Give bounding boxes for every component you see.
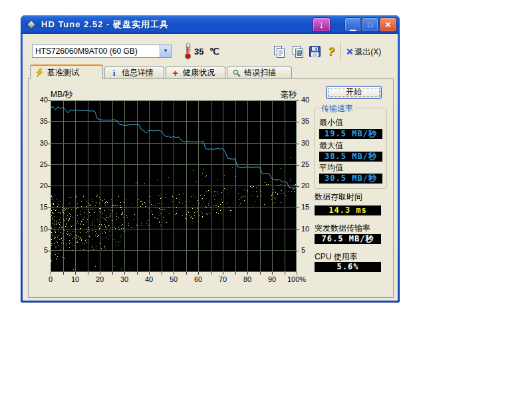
axis-tick-label: 20 bbox=[86, 275, 113, 283]
start-button-focus-ring bbox=[328, 88, 380, 97]
axis-tick-mark bbox=[247, 272, 248, 275]
axis-tick-label: 20 bbox=[29, 182, 48, 190]
axis-tick-mark bbox=[149, 272, 150, 275]
axis-tick-mark bbox=[260, 272, 261, 275]
axis-tick-mark bbox=[297, 165, 299, 166]
hdtune-window: HD Tune 2.52 - 硬盘实用工具 ↓ ▁ □ × HTS726060M… bbox=[21, 15, 400, 303]
tab-info-label: 信息详情 bbox=[122, 67, 154, 78]
start-button[interactable]: 开始 bbox=[326, 86, 382, 99]
axis-tick-label: 10 bbox=[29, 225, 48, 233]
axis-tick-mark bbox=[124, 272, 125, 275]
axis-tick-label: 100% bbox=[283, 275, 310, 283]
axis-tick-mark bbox=[48, 165, 51, 166]
tab-error-scan-label: 错误扫描 bbox=[244, 67, 276, 78]
avg-value-lcd: 30.5 MB/秒 bbox=[319, 174, 382, 184]
save-button[interactable] bbox=[307, 44, 323, 60]
tab-error-scan[interactable]: 错误扫描 bbox=[227, 66, 292, 78]
axis-tick-label: 5 bbox=[29, 246, 48, 254]
axis-tick-label: 0 bbox=[37, 275, 64, 283]
access-time-lcd: 14.3 ms bbox=[315, 205, 381, 215]
axis-tick-label: 40 bbox=[136, 275, 162, 283]
help-button[interactable]: ? bbox=[323, 44, 339, 60]
axis-tick-mark bbox=[137, 272, 138, 275]
axis-tick-mark bbox=[51, 272, 51, 275]
axis-tick-mark bbox=[75, 272, 76, 275]
benchmark-panel: MB/秒 毫秒 开始 传输速率 最小值 19.5 MB/秒 最大值 38.5 M… bbox=[28, 78, 394, 298]
drive-select-arrow-icon[interactable]: ▼ bbox=[160, 45, 171, 57]
close-button[interactable]: × bbox=[380, 17, 396, 32]
axis-tick-mark bbox=[297, 251, 299, 251]
window-title: HD Tune 2.52 - 硬盘实用工具 bbox=[41, 19, 169, 31]
axis-tick-mark bbox=[198, 272, 199, 275]
min-value-lcd: 19.5 MB/秒 bbox=[319, 129, 382, 139]
axis-tick-mark bbox=[297, 229, 299, 230]
axis-tick-label: 90 bbox=[259, 275, 285, 283]
maximize-button[interactable]: □ bbox=[362, 17, 378, 32]
tab-health[interactable]: + 健康状况 bbox=[166, 66, 225, 78]
titlebar[interactable]: HD Tune 2.52 - 硬盘实用工具 ↓ ▁ □ × bbox=[21, 15, 400, 34]
axis-tick-label: 70 bbox=[209, 275, 236, 283]
benchmark-chart-svg bbox=[51, 100, 297, 272]
axis-tick-mark bbox=[48, 100, 51, 101]
axis-tick-mark bbox=[297, 100, 299, 101]
left-axis-unit-label: MB/秒 bbox=[51, 89, 72, 100]
axis-tick-mark bbox=[297, 122, 299, 122]
minimize-button[interactable]: ▁ bbox=[344, 17, 361, 32]
info-icon: i bbox=[110, 68, 118, 78]
temperature-unit-icon: ℃ bbox=[209, 47, 219, 57]
axis-tick-mark bbox=[88, 272, 88, 275]
tab-benchmark-label: 基准测试 bbox=[47, 67, 79, 78]
axis-tick-label: 25 bbox=[301, 160, 321, 168]
axis-tick-mark bbox=[297, 272, 297, 275]
thermometer-icon bbox=[184, 42, 192, 63]
cpu-usage-lcd: 5.6% bbox=[315, 262, 381, 272]
max-label: 最大值 bbox=[319, 140, 343, 152]
axis-tick-mark bbox=[48, 251, 51, 251]
axis-tick-mark bbox=[297, 186, 299, 187]
axis-tick-mark bbox=[223, 272, 223, 275]
axis-tick-mark bbox=[48, 144, 51, 144]
tab-health-label: 健康状况 bbox=[183, 67, 215, 78]
axis-tick-mark bbox=[297, 207, 299, 208]
axis-tick-label: 15 bbox=[29, 203, 48, 211]
axis-tick-mark bbox=[48, 186, 51, 187]
axis-tick-mark bbox=[297, 144, 299, 144]
benchmark-chart-plot bbox=[51, 100, 297, 272]
download-button[interactable]: ↓ bbox=[313, 17, 331, 32]
axis-tick-label: 30 bbox=[29, 139, 48, 147]
benchmark-icon bbox=[35, 68, 44, 77]
axis-tick-mark bbox=[100, 272, 100, 275]
axis-tick-label: 35 bbox=[29, 117, 48, 125]
tab-benchmark[interactable]: 基准测试 bbox=[30, 65, 103, 79]
transfer-rate-group-title: 传输速率 bbox=[319, 103, 355, 114]
scan-icon bbox=[232, 69, 241, 77]
axis-tick-mark bbox=[285, 272, 285, 275]
axis-tick-mark bbox=[48, 122, 51, 122]
axis-tick-label: 40 bbox=[29, 96, 48, 104]
right-axis-unit-label: 毫秒 bbox=[257, 89, 297, 100]
axis-tick-label: 40 bbox=[301, 96, 321, 104]
burst-rate-label: 突发数据传输率 bbox=[315, 223, 370, 234]
copy-text-button[interactable] bbox=[271, 44, 287, 60]
axis-tick-label: 35 bbox=[301, 117, 321, 125]
axis-tick-mark bbox=[48, 229, 51, 230]
exit-button[interactable]: × 退出(X) bbox=[346, 45, 381, 59]
axis-tick-mark bbox=[272, 272, 273, 275]
health-icon: + bbox=[171, 69, 180, 77]
axis-tick-label: 10 bbox=[301, 225, 321, 233]
axis-tick-mark bbox=[211, 272, 211, 275]
axis-tick-label: 5 bbox=[301, 246, 321, 254]
max-value-lcd: 38.5 MB/秒 bbox=[319, 152, 382, 162]
drive-select[interactable]: HTS726060M9AT00 (60 GB) ▼ bbox=[32, 45, 172, 58]
transfer-rate-group: 传输速率 最小值 19.5 MB/秒 最大值 38.5 MB/秒 平均值 30.… bbox=[314, 108, 387, 189]
tab-info[interactable]: i 信息详情 bbox=[104, 66, 164, 78]
axis-tick-label: 80 bbox=[234, 275, 261, 283]
copy-image-button[interactable] bbox=[290, 44, 306, 60]
access-time-label: 数据存取时间 bbox=[315, 192, 362, 203]
axis-tick-mark bbox=[235, 272, 236, 275]
burst-rate-lcd: 76.5 MB/秒 bbox=[315, 234, 381, 244]
toolbar-separator bbox=[340, 43, 341, 60]
app-icon bbox=[25, 19, 37, 31]
exit-x-icon: × bbox=[346, 47, 352, 57]
drive-select-value: HTS726060M9AT00 (60 GB) bbox=[33, 47, 160, 56]
